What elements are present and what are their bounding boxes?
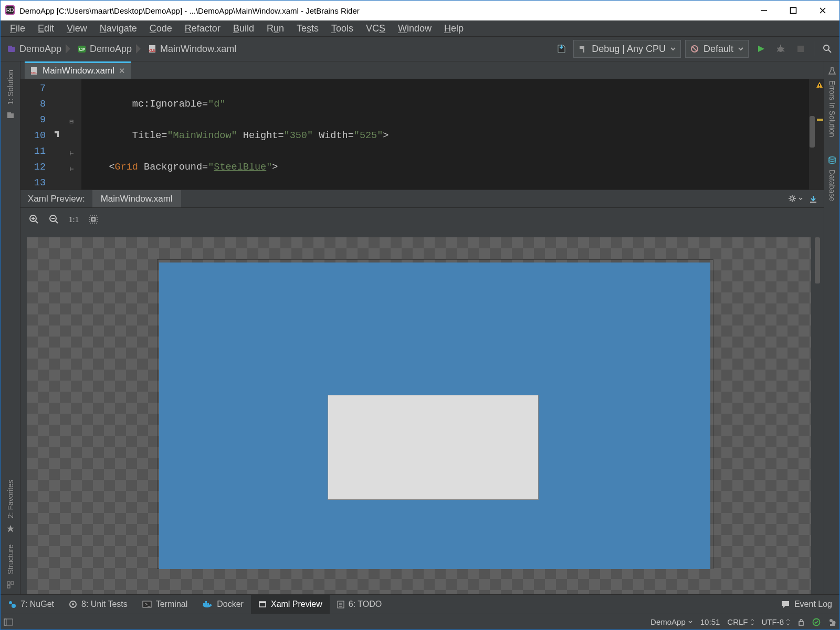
run-target-label: Default <box>704 44 733 55</box>
svg-rect-28 <box>11 582 14 584</box>
tool-solution[interactable]: 1: Solution <box>6 67 15 108</box>
menu-edit[interactable]: Edit <box>32 20 60 37</box>
breadcrumb-file[interactable]: XML MainWindow.xaml <box>145 40 240 58</box>
svg-line-51 <box>55 220 58 223</box>
debug-button[interactable] <box>773 41 789 57</box>
xaml-preview-icon <box>258 600 267 608</box>
xaml-file-icon: XML <box>30 67 38 75</box>
tool-database[interactable]: Database <box>828 166 836 204</box>
memory-indicator-icon[interactable] <box>828 617 836 627</box>
breadcrumb-csproj[interactable]: C# DemoApp <box>75 40 136 58</box>
status-project[interactable]: DemoApp <box>650 617 693 626</box>
tool-favorites[interactable]: 2: Favorites <box>6 477 15 521</box>
tool-windows-icon[interactable] <box>4 618 13 626</box>
tool-label: Docker <box>217 600 244 609</box>
xaml-preview-canvas <box>20 231 824 594</box>
inspections-ok-icon[interactable] <box>812 618 821 626</box>
menu-build[interactable]: Build <box>227 20 260 37</box>
right-tool-gutter: Errors In Solution Database <box>824 61 839 594</box>
menu-navigate[interactable]: Navigate <box>93 20 143 37</box>
work-area: 1: Solution 2: Favorites Structure XML M… <box>1 61 839 594</box>
chevron-down-icon <box>670 46 676 52</box>
menu-code[interactable]: Code <box>143 20 178 37</box>
menu-help[interactable]: Help <box>438 20 470 37</box>
code-content[interactable]: mc:Ignorable="d" Title="MainWindow" Heig… <box>81 79 824 190</box>
tab-label: MainWindow.xaml <box>43 66 114 76</box>
fit-screen-icon[interactable] <box>88 214 99 225</box>
maximize-button[interactable] <box>779 1 808 20</box>
tool-eventlog[interactable]: Event Log <box>773 595 839 614</box>
svg-rect-64 <box>207 603 209 605</box>
fold-marker-icon[interactable]: ⊟ <box>68 114 76 122</box>
tool-xaml-preview[interactable]: Xaml Preview <box>251 595 330 614</box>
zoom-in-icon[interactable] <box>29 214 39 225</box>
breadcrumb-label: DemoApp <box>19 44 61 55</box>
line-number-gutter: 7 8 9 10 11 12 13 <box>20 79 51 190</box>
tool-terminal[interactable]: >_ Terminal <box>135 595 195 614</box>
menu-view[interactable]: View <box>60 20 93 37</box>
status-caret-pos[interactable]: 10:51 <box>700 617 720 626</box>
tool-nuget[interactable]: 7: NuGet <box>1 595 61 614</box>
editor-tab[interactable]: XML MainWindow.xaml ✕ <box>25 61 131 79</box>
svg-line-42 <box>794 200 795 201</box>
xaml-preview-header: Xaml Preview: MainWindow.xaml <box>20 190 824 208</box>
svg-text:RD: RD <box>6 7 14 13</box>
star-icon <box>6 524 15 533</box>
run-config-icon <box>690 44 699 54</box>
svg-rect-35 <box>819 87 820 88</box>
menu-vcs[interactable]: VCS <box>360 20 392 37</box>
status-encoding[interactable]: UTF-8 <box>762 617 791 626</box>
docker-icon <box>202 600 213 608</box>
svg-text:C#: C# <box>79 47 85 52</box>
left-tool-gutter: 1: Solution 2: Favorites Structure <box>1 61 20 594</box>
close-button[interactable] <box>808 1 837 20</box>
run-button[interactable] <box>753 41 769 57</box>
lock-icon[interactable] <box>797 618 805 626</box>
search-everywhere-button[interactable] <box>820 41 835 57</box>
svg-line-44 <box>794 196 795 197</box>
line-number: 11 <box>20 144 46 160</box>
save-all-icon[interactable] <box>553 41 569 57</box>
svg-rect-74 <box>799 622 803 625</box>
menu-refactor[interactable]: Refactor <box>178 20 227 37</box>
breadcrumb-label: DemoApp <box>90 44 132 55</box>
tool-label: Structure <box>6 544 15 574</box>
tool-errors[interactable]: Errors In Solution <box>828 77 836 140</box>
tool-unittests[interactable]: 8: Unit Tests <box>61 595 135 614</box>
line-number: 7 <box>20 81 46 97</box>
tool-todo[interactable]: 6: TODO <box>330 595 389 614</box>
fold-end-icon: ⊢ <box>68 146 76 154</box>
svg-rect-25 <box>7 113 14 118</box>
menu-tools[interactable]: Tools <box>325 20 360 37</box>
svg-rect-34 <box>819 84 820 86</box>
preview-filename[interactable]: MainWindow.xaml <box>92 190 181 207</box>
todo-icon <box>337 600 344 608</box>
svg-rect-22 <box>797 46 804 52</box>
tool-docker[interactable]: Docker <box>195 595 251 614</box>
error-stripe[interactable] <box>815 79 824 190</box>
minimize-button[interactable] <box>749 1 779 20</box>
tool-structure[interactable]: Structure <box>6 541 15 578</box>
menu-run[interactable]: Run <box>260 20 290 37</box>
preview-scrollbar[interactable] <box>814 237 821 594</box>
menu-window[interactable]: Window <box>392 20 438 37</box>
stop-button[interactable] <box>793 41 808 57</box>
close-tab-icon[interactable]: ✕ <box>119 66 125 76</box>
zoom-out-icon[interactable] <box>49 214 59 225</box>
export-icon[interactable] <box>806 192 821 206</box>
hammer-icon <box>578 44 587 54</box>
settings-icon[interactable] <box>788 192 803 206</box>
status-line-endings[interactable]: CRLF <box>727 617 754 626</box>
code-editor[interactable]: 7 8 9 10 11 12 13 ⊟ ⊢ ⊢ mc: <box>20 79 824 190</box>
zoom-1to1-icon[interactable]: 1:1 <box>69 215 79 224</box>
svg-point-16 <box>778 47 783 52</box>
svg-rect-8 <box>8 46 12 48</box>
svg-point-59 <box>72 603 74 605</box>
build-configuration-combo[interactable]: Debug | Any CPU <box>573 40 681 58</box>
menu-file[interactable]: File <box>4 20 32 37</box>
warning-marker[interactable] <box>817 119 823 121</box>
run-target-combo[interactable]: Default <box>685 40 749 58</box>
breadcrumb-project[interactable]: DemoApp <box>5 40 66 58</box>
editor-scrollbar[interactable] <box>809 79 815 190</box>
menu-tests[interactable]: Tests <box>290 20 325 37</box>
